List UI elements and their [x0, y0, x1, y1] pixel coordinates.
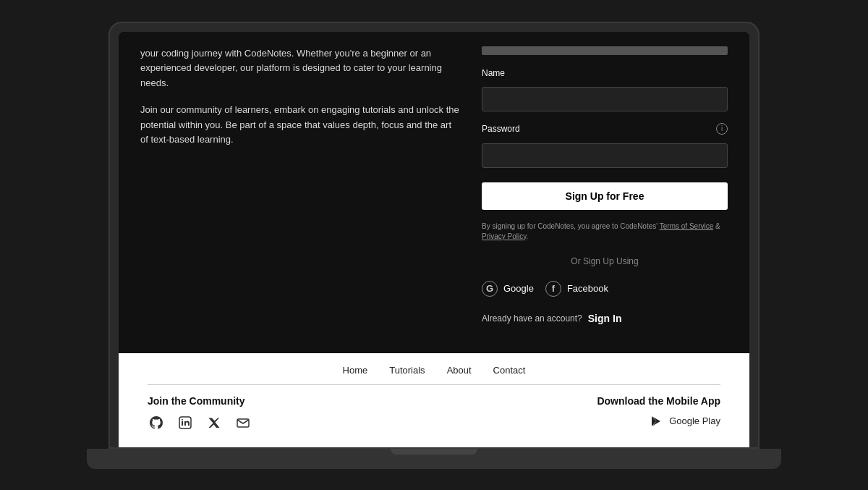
app-section: Download the Mobile App Google Pla	[597, 395, 720, 428]
password-label: Password	[482, 124, 520, 134]
terms-text: By signing up for CodeNotes, you agree t…	[482, 221, 728, 242]
github-icon[interactable]	[148, 414, 165, 431]
facebook-label: Facebook	[567, 283, 608, 294]
footer-nav-home[interactable]: Home	[343, 365, 368, 376]
laptop-base	[87, 449, 781, 469]
progress-bar	[482, 46, 728, 55]
google-label: Google	[503, 283, 534, 294]
play-store-icon	[649, 414, 663, 428]
laptop-frame: your coding journey with CodeNotes. Whet…	[109, 22, 760, 449]
name-input[interactable]	[482, 87, 728, 111]
svg-rect-1	[182, 421, 183, 426]
footer-nav-contact[interactable]: Contact	[493, 365, 526, 376]
signup-button[interactable]: Sign Up for Free	[482, 182, 728, 210]
community-icons	[148, 414, 252, 431]
left-column: your coding journey with CodeNotes. Whet…	[140, 46, 460, 339]
signin-link[interactable]: Sign In	[588, 313, 622, 324]
footer-nav: Home Tutorials About Contact	[148, 365, 720, 385]
linkedin-icon[interactable]	[176, 414, 194, 431]
footer-bottom: Join the Community	[148, 395, 720, 431]
app-title: Download the Mobile App	[597, 395, 720, 407]
terms-link[interactable]: Terms of Service	[660, 222, 713, 230]
social-buttons-row: G Google f Facebook	[482, 281, 728, 297]
google-icon: G	[482, 281, 498, 297]
signup-form: Name Password i Sign Up for Free By sig	[482, 46, 728, 339]
password-input[interactable]	[482, 143, 728, 168]
facebook-signin-button[interactable]: f Facebook	[545, 281, 608, 297]
twitter-icon[interactable]	[205, 414, 223, 431]
footer-nav-tutorials[interactable]: Tutorials	[389, 365, 425, 376]
email-icon[interactable]	[234, 414, 252, 431]
or-divider: Or Sign Up Using	[482, 256, 728, 266]
community-title: Join the Community	[148, 395, 252, 407]
screen-content: your coding journey with CodeNotes. Whet…	[119, 32, 749, 447]
description-paragraph-1: your coding journey with CodeNotes. Whet…	[140, 46, 460, 91]
already-account-text: Already have an account?	[482, 313, 582, 324]
privacy-link[interactable]: Privacy Policy	[482, 232, 527, 240]
info-icon[interactable]: i	[716, 123, 728, 135]
laptop-screen: your coding journey with CodeNotes. Whet…	[119, 32, 749, 447]
main-area: your coding journey with CodeNotes. Whet…	[119, 32, 749, 353]
facebook-icon: f	[545, 281, 561, 297]
name-label: Name	[482, 68, 728, 78]
google-play-button[interactable]: Google Play	[649, 414, 720, 428]
community-section: Join the Community	[148, 395, 252, 431]
google-signin-button[interactable]: G Google	[482, 281, 534, 297]
footer-nav-about[interactable]: About	[447, 365, 472, 376]
signin-row: Already have an account? Sign In	[482, 313, 728, 324]
description-paragraph-2: Join our community of learners, embark o…	[140, 103, 460, 148]
password-label-row: Password i	[482, 123, 728, 135]
google-play-label: Google Play	[669, 415, 720, 426]
svg-point-2	[182, 419, 183, 421]
footer: Home Tutorials About Contact Join the Co…	[119, 353, 749, 447]
